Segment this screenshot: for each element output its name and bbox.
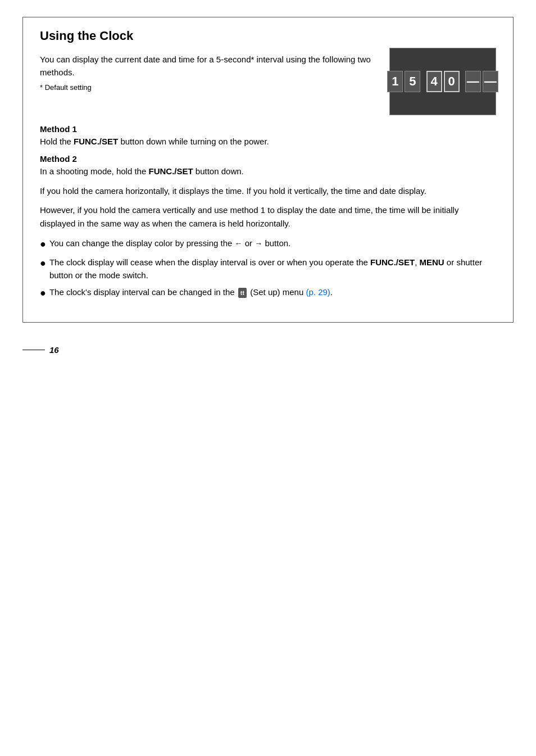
method1-text: Hold the FUNC./SET button down while tur… [40, 135, 496, 148]
arrow-left-icon: ← [235, 239, 243, 248]
intro-text: You can display the current date and tim… [40, 53, 378, 93]
bullet-dot-3: ● [40, 286, 46, 301]
bullet-item-3: ● The clock's display interval can be ch… [40, 286, 496, 301]
bullet-content-3: The clock's display interval can be chan… [49, 286, 496, 299]
digit-3: 4 [426, 71, 442, 92]
bullet-dot-1: ● [40, 237, 46, 252]
bullet-list: ● You can change the display color by pr… [40, 237, 496, 301]
page-title: Using the Clock [40, 29, 496, 43]
arrow-right-icon: → [255, 239, 262, 248]
digit-6: — [483, 71, 498, 92]
method1-label: Method 1 [40, 124, 496, 134]
page-number-area: 16 [0, 334, 536, 366]
clock-display: 1 5 4 0 — — [389, 48, 496, 115]
bullet-item-2: ● The clock display will cease when the … [40, 256, 496, 282]
page-container: Using the Clock You can display the curr… [0, 0, 536, 756]
body-paragraph1: If you hold the camera horizontally, it … [40, 184, 496, 198]
page-number: 16 [49, 345, 59, 355]
intro-paragraph: You can display the current date and tim… [40, 53, 378, 79]
digit-2: 5 [405, 71, 420, 92]
method2-text: In a shooting mode, hold the FUNC./SET b… [40, 165, 496, 178]
body-paragraph2: However, if you hold the camera vertical… [40, 203, 496, 230]
clock-digits: 1 5 4 0 — — [387, 71, 498, 92]
digit-4: 0 [444, 71, 460, 92]
digit-5: — [465, 71, 481, 92]
content-box: Using the Clock You can display the curr… [22, 17, 514, 323]
method2-label: Method 2 [40, 154, 496, 164]
page-number-line [22, 350, 45, 351]
setup-icon: tt [238, 288, 247, 298]
page-link[interactable]: (p. 29) [306, 287, 330, 297]
intro-section: You can display the current date and tim… [40, 53, 496, 115]
bullet-content-2: The clock display will cease when the di… [49, 256, 496, 282]
methods-section: Method 1 Hold the FUNC./SET button down … [40, 124, 496, 178]
default-note: * Default setting [40, 82, 378, 93]
bullet-dot-2: ● [40, 256, 46, 271]
bullet-content-1: You can change the display color by pres… [49, 237, 496, 250]
digit-1: 1 [387, 71, 403, 92]
bullet-item-1: ● You can change the display color by pr… [40, 237, 496, 252]
